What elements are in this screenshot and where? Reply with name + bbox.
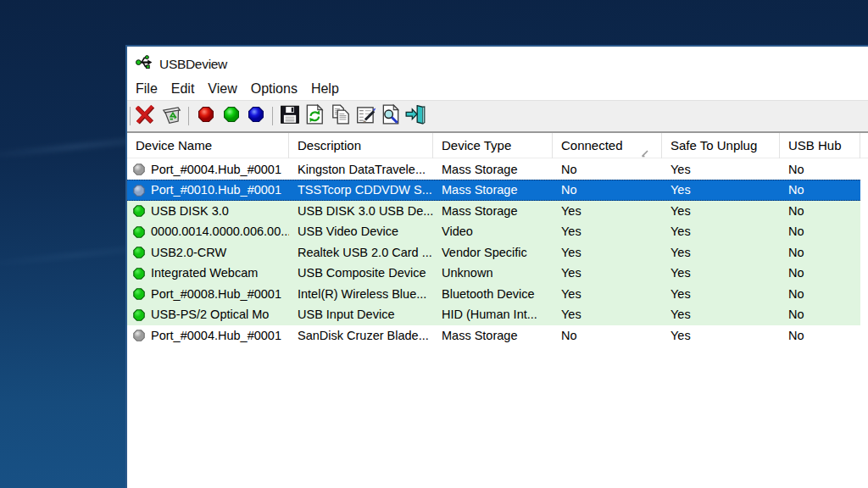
cell-description: TSSTcorp CDDVDW S... (289, 180, 433, 201)
menu-item-edit[interactable]: Edit (164, 78, 202, 99)
title-bar[interactable]: USBDeview (127, 47, 868, 78)
refresh-button[interactable] (303, 104, 326, 128)
cell-connected: Yes (553, 263, 662, 284)
cell-description: USB Video Device (289, 221, 433, 242)
cell-usb_hub: No (780, 284, 860, 305)
cell-connected: Yes (553, 201, 662, 222)
column-header-description[interactable]: Description (289, 133, 433, 158)
toolbar-separator (272, 107, 273, 125)
find-icon (380, 103, 402, 129)
device-row[interactable]: USB DISK 3.0USB DISK 3.0 USB De...Mass S… (127, 201, 860, 222)
cell-name: Port_#0004.Hub_#0001 (127, 325, 289, 347)
find-button[interactable] (379, 104, 403, 128)
toolbar-separator (130, 107, 131, 125)
red-ball-icon (195, 103, 217, 129)
menu-item-options[interactable]: Options (244, 78, 304, 99)
cell-description: Intel(R) Wireless Blue... (289, 284, 433, 305)
toolbar-separator (188, 107, 189, 125)
save-floppy-icon (279, 103, 301, 129)
column-header-label: USB Hub (788, 138, 842, 152)
cell-description: USB Composite Device (289, 263, 433, 284)
cell-connected: Yes (553, 284, 662, 305)
device-row[interactable]: Port_#0010.Hub_#0001TSSTcorp CDDVDW S...… (127, 180, 860, 201)
cell-device_type: Vendor Specific (433, 242, 553, 263)
cell-usb_hub: No (780, 221, 860, 242)
cell-connected: Yes (553, 304, 662, 325)
menu-item-view[interactable]: View (201, 78, 243, 99)
cell-connected: Yes (553, 221, 662, 242)
menu-bar: FileEditViewOptionsHelp (127, 78, 868, 100)
cell-device_type: Video (433, 221, 553, 242)
column-header-connected[interactable]: Connected (553, 133, 662, 158)
list-body: Port_#0004.Hub_#0001Kingston DataTravele… (127, 159, 868, 347)
cell-connected: No (553, 159, 662, 180)
window-title: USBDeview (159, 57, 227, 72)
cell-safe_to_unplug: Yes (662, 242, 780, 263)
copy-icon (330, 103, 352, 129)
device-row[interactable]: Port_#0008.Hub_#0001Intel(R) Wireless Bl… (127, 284, 860, 305)
menu-item-help[interactable]: Help (304, 78, 346, 99)
device-list: Device NameDescriptionDevice TypeConnect… (127, 133, 868, 488)
green-ball-icon (220, 103, 242, 129)
cell-name: USB2.0-CRW (127, 242, 289, 263)
exit-door-icon (404, 103, 426, 129)
cell-safe_to_unplug: Yes (662, 284, 780, 305)
device-row[interactable]: Port_#0004.Hub_#0001SanDisk Cruzer Blade… (127, 325, 860, 347)
list-header: Device NameDescriptionDevice TypeConnect… (127, 133, 868, 158)
cell-device_type: Bluetooth Device (433, 284, 553, 305)
properties-button[interactable] (354, 104, 378, 128)
column-header-label: Description (298, 138, 361, 152)
save-button[interactable] (278, 104, 302, 128)
exit-button[interactable] (403, 104, 427, 128)
cell-name: 0000.0014.0000.006.00... (127, 221, 289, 242)
cell-name: USB DISK 3.0 (127, 201, 289, 222)
sort-ascending-icon (641, 141, 649, 158)
cell-device_type: Mass Storage (433, 159, 553, 180)
cell-device_type: Unknown (433, 263, 553, 284)
cell-usb_hub: No (780, 325, 860, 347)
usb-logo-icon (136, 53, 153, 71)
red-x-icon (134, 103, 156, 129)
cell-description: Realtek USB 2.0 Card ... (289, 242, 433, 263)
toolbar (127, 100, 868, 133)
column-header-label: Device Type (442, 138, 511, 152)
usbdeview-window: USBDeview FileEditViewOptionsHelp Device… (125, 45, 868, 488)
red-ball-button[interactable] (194, 104, 218, 128)
menu-item-file[interactable]: File (129, 78, 164, 99)
uninstall-device-button[interactable] (133, 104, 157, 128)
cell-connected: No (553, 325, 662, 347)
trash-recycle-icon (160, 103, 182, 129)
refresh-icon (303, 103, 326, 129)
device-row[interactable]: USB2.0-CRWRealtek USB 2.0 Card ...Vendor… (127, 242, 860, 263)
column-header-label: Device Name (136, 138, 212, 152)
copy-button[interactable] (329, 104, 353, 128)
column-header-name[interactable]: Device Name (127, 133, 289, 158)
cell-safe_to_unplug: Yes (662, 325, 780, 347)
cell-name: USB-PS/2 Optical Mo (127, 304, 289, 325)
cell-safe_to_unplug: Yes (662, 263, 780, 284)
cell-description: SanDisk Cruzer Blade... (289, 325, 433, 347)
blue-ball-icon (245, 103, 267, 129)
cell-usb_hub: No (780, 180, 860, 201)
cell-device_type: HID (Human Int... (433, 304, 553, 325)
device-row[interactable]: Integrated WebcamUSB Composite DeviceUnk… (127, 263, 860, 284)
cell-usb_hub: No (780, 159, 860, 180)
green-ball-button[interactable] (220, 104, 243, 128)
column-header-usb_hub[interactable]: USB Hub (780, 133, 860, 158)
remove-device-button[interactable] (159, 104, 183, 128)
cell-connected: No (553, 180, 662, 201)
device-row[interactable]: Port_#0004.Hub_#0001Kingston DataTravele… (127, 159, 860, 180)
cell-name: Port_#0004.Hub_#0001 (127, 159, 289, 180)
cell-device_type: Mass Storage (433, 201, 553, 222)
cell-connected: Yes (553, 242, 662, 263)
column-header-device_type[interactable]: Device Type (433, 133, 553, 158)
blue-ball-button[interactable] (244, 104, 268, 128)
cell-description: USB Input Device (289, 304, 433, 325)
cell-safe_to_unplug: Yes (662, 180, 780, 201)
column-header-safe_to_unplug[interactable]: Safe To Unplug (662, 133, 780, 158)
device-row[interactable]: USB-PS/2 Optical MoUSB Input DeviceHID (… (127, 304, 860, 325)
device-row[interactable]: 0000.0014.0000.006.00...USB Video Device… (127, 221, 860, 242)
cell-device_type: Mass Storage (433, 325, 553, 347)
cell-name: Port_#0010.Hub_#0001 (127, 180, 289, 201)
cell-description: Kingston DataTravele... (289, 159, 433, 180)
